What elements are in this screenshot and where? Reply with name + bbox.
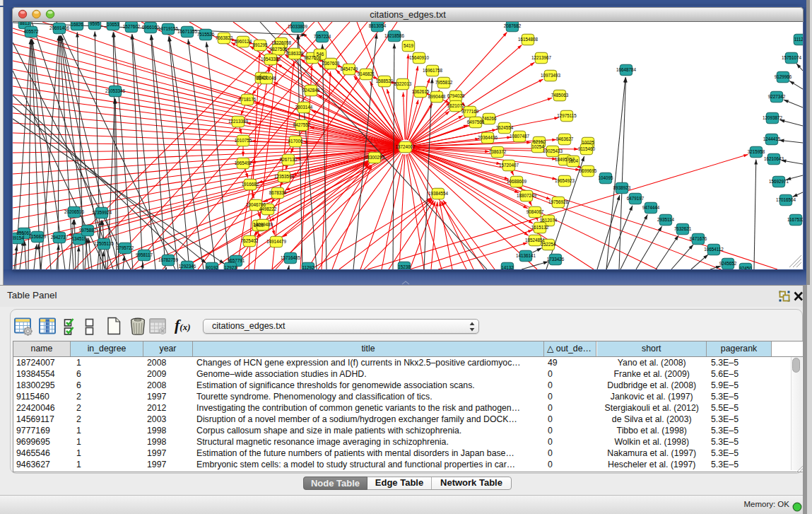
svg-text:10719155: 10719155 <box>158 26 179 31</box>
svg-text:10688609: 10688609 <box>507 179 527 184</box>
svg-text:9115460: 9115460 <box>578 146 596 151</box>
svg-text:7625402: 7625402 <box>241 238 259 243</box>
svg-text:16782759: 16782759 <box>158 257 179 262</box>
svg-text:12975115: 12975115 <box>557 113 577 118</box>
svg-text:15720407: 15720407 <box>499 163 519 168</box>
svg-text:9975887: 9975887 <box>79 228 97 233</box>
svg-text:6794028: 6794028 <box>447 93 465 98</box>
svg-text:10543382: 10543382 <box>261 57 281 62</box>
svg-text:12213967: 12213967 <box>531 55 552 60</box>
svg-text:4498222: 4498222 <box>259 206 277 211</box>
svg-text:8960124: 8960124 <box>235 39 252 44</box>
svg-text:5419: 5419 <box>404 43 414 48</box>
svg-text:8813054: 8813054 <box>369 23 387 28</box>
svg-text:7663822: 7663822 <box>216 35 233 40</box>
svg-text:405572: 405572 <box>23 29 39 34</box>
svg-text:9595: 9595 <box>90 22 100 26</box>
svg-text:1804: 1804 <box>568 158 579 163</box>
svg-text:10653: 10653 <box>107 22 119 27</box>
svg-text:9242848: 9242848 <box>302 88 320 93</box>
svg-text:21053346: 21053346 <box>105 88 126 93</box>
svg-text:1733426: 1733426 <box>547 257 565 262</box>
svg-text:62160: 62160 <box>533 139 546 144</box>
svg-text:1244415: 1244415 <box>763 136 781 141</box>
svg-text:15751074: 15751074 <box>782 55 802 60</box>
svg-text:18300293: 18300293 <box>365 155 385 160</box>
svg-text:12213389: 12213389 <box>228 119 249 124</box>
svg-text:1612074: 1612074 <box>540 218 558 223</box>
svg-text:1010755: 1010755 <box>235 138 252 143</box>
svg-text:19654923: 19654923 <box>555 178 575 183</box>
svg-text:7955812: 7955812 <box>435 80 453 85</box>
svg-text:1156829: 1156829 <box>29 234 47 239</box>
svg-text:134519: 134519 <box>71 236 87 241</box>
svg-text:7485063: 7485063 <box>551 93 569 98</box>
svg-text:8186328: 8186328 <box>286 51 304 56</box>
svg-text:2935114: 2935114 <box>657 217 675 222</box>
svg-text:11292: 11292 <box>302 265 314 269</box>
svg-text:9129966: 9129966 <box>775 74 792 79</box>
svg-text:9657791: 9657791 <box>228 258 245 263</box>
svg-text:9146821: 9146821 <box>358 71 375 76</box>
svg-text:16648784: 16648784 <box>616 67 637 72</box>
svg-text:15692971: 15692971 <box>769 179 789 184</box>
svg-text:9227342: 9227342 <box>768 94 786 99</box>
svg-text:10807487: 10807487 <box>510 134 530 139</box>
svg-text:8427552: 8427552 <box>293 122 311 127</box>
svg-text:92450: 92450 <box>739 266 752 269</box>
svg-text:12353594: 12353594 <box>274 174 295 179</box>
svg-text:746266: 746266 <box>481 116 497 121</box>
svg-text:10654112: 10654112 <box>704 247 724 252</box>
svg-text:17359924: 17359924 <box>92 210 112 215</box>
svg-text:14136141: 14136141 <box>516 253 536 258</box>
svg-text:8990448: 8990448 <box>428 94 446 99</box>
svg-text:15716485: 15716485 <box>281 255 301 260</box>
svg-text:9827505: 9827505 <box>270 47 288 52</box>
svg-text:546: 546 <box>317 52 324 57</box>
svg-text:2942737: 2942737 <box>51 235 69 240</box>
svg-text:1167533: 1167533 <box>787 217 803 222</box>
svg-text:6479197: 6479197 <box>627 196 645 201</box>
svg-text:6966160: 6966160 <box>142 25 160 30</box>
svg-text:7632621: 7632621 <box>674 226 692 231</box>
svg-text:8813: 8813 <box>20 22 30 25</box>
svg-text:1621072: 1621072 <box>447 103 465 108</box>
svg-text:14099489: 14099489 <box>253 222 273 227</box>
svg-text:2367608: 2367608 <box>322 61 340 66</box>
svg-text:8471676: 8471676 <box>690 236 707 241</box>
svg-text:16961758: 16961758 <box>423 68 443 73</box>
svg-text:14132: 14132 <box>501 265 514 269</box>
svg-text:10025433: 10025433 <box>543 148 563 153</box>
svg-text:9777169: 9777169 <box>461 109 479 114</box>
svg-text:9958117: 9958117 <box>136 252 153 257</box>
svg-text:1362615: 1362615 <box>412 89 430 94</box>
svg-text:9463627: 9463627 <box>556 136 574 141</box>
svg-text:20206516: 20206516 <box>64 209 85 214</box>
svg-text:11120: 11120 <box>794 37 803 42</box>
svg-text:16671355: 16671355 <box>177 29 198 34</box>
svg-text:90192: 90192 <box>206 265 218 269</box>
svg-text:7386372: 7386372 <box>489 149 507 154</box>
svg-text:1916682: 1916682 <box>242 182 259 187</box>
svg-text:18724007: 18724007 <box>395 144 416 149</box>
svg-text:22420046: 22420046 <box>257 76 277 81</box>
svg-text:104095: 104095 <box>598 175 613 180</box>
svg-text:417006: 417006 <box>288 139 303 144</box>
svg-text:16033809: 16033809 <box>288 24 308 29</box>
svg-text:12093872: 12093872 <box>763 115 783 120</box>
svg-text:8678334: 8678334 <box>269 190 287 195</box>
svg-text:1292346: 1292346 <box>179 264 196 269</box>
svg-text:2087682: 2087682 <box>504 23 522 28</box>
svg-text:12923: 12923 <box>224 265 237 269</box>
svg-text:8267130: 8267130 <box>280 157 298 162</box>
svg-text:9084067: 9084067 <box>526 209 544 214</box>
svg-text:8938923: 8938923 <box>613 185 631 190</box>
svg-text:18807249: 18807249 <box>517 193 537 198</box>
svg-text:9474444: 9474444 <box>642 205 660 210</box>
svg-text:10973493: 10973493 <box>541 73 561 78</box>
svg-text:19756928: 19756928 <box>548 199 569 204</box>
svg-text:2803144: 2803144 <box>295 105 313 110</box>
svg-text:17016504: 17016504 <box>776 197 796 202</box>
svg-text:1588520: 1588520 <box>376 78 394 83</box>
svg-text:1965492: 1965492 <box>235 160 252 165</box>
